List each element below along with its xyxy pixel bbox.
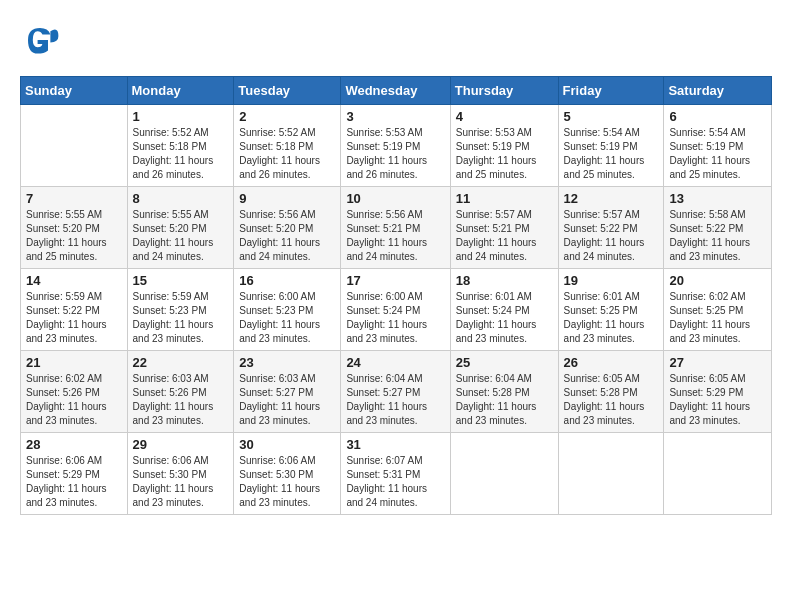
calendar-cell: 4Sunrise: 5:53 AM Sunset: 5:19 PM Daylig… xyxy=(450,105,558,187)
day-number: 14 xyxy=(26,273,122,288)
calendar-week-row: 7Sunrise: 5:55 AM Sunset: 5:20 PM Daylig… xyxy=(21,187,772,269)
day-info: Sunrise: 5:55 AM Sunset: 5:20 PM Dayligh… xyxy=(133,208,229,264)
calendar-cell: 23Sunrise: 6:03 AM Sunset: 5:27 PM Dayli… xyxy=(234,351,341,433)
day-number: 11 xyxy=(456,191,553,206)
calendar-cell xyxy=(664,433,772,515)
calendar-cell: 14Sunrise: 5:59 AM Sunset: 5:22 PM Dayli… xyxy=(21,269,128,351)
page-header xyxy=(20,20,772,60)
day-info: Sunrise: 6:01 AM Sunset: 5:25 PM Dayligh… xyxy=(564,290,659,346)
calendar-cell: 30Sunrise: 6:06 AM Sunset: 5:30 PM Dayli… xyxy=(234,433,341,515)
calendar-cell: 27Sunrise: 6:05 AM Sunset: 5:29 PM Dayli… xyxy=(664,351,772,433)
day-of-week-header: Thursday xyxy=(450,77,558,105)
day-info: Sunrise: 5:54 AM Sunset: 5:19 PM Dayligh… xyxy=(564,126,659,182)
day-number: 12 xyxy=(564,191,659,206)
day-of-week-header: Saturday xyxy=(664,77,772,105)
day-number: 31 xyxy=(346,437,444,452)
calendar-cell xyxy=(21,105,128,187)
day-number: 1 xyxy=(133,109,229,124)
day-number: 13 xyxy=(669,191,766,206)
day-of-week-header: Tuesday xyxy=(234,77,341,105)
calendar-cell: 3Sunrise: 5:53 AM Sunset: 5:19 PM Daylig… xyxy=(341,105,450,187)
calendar-cell: 17Sunrise: 6:00 AM Sunset: 5:24 PM Dayli… xyxy=(341,269,450,351)
calendar-cell: 29Sunrise: 6:06 AM Sunset: 5:30 PM Dayli… xyxy=(127,433,234,515)
day-number: 20 xyxy=(669,273,766,288)
day-number: 21 xyxy=(26,355,122,370)
calendar-cell xyxy=(450,433,558,515)
day-info: Sunrise: 6:06 AM Sunset: 5:30 PM Dayligh… xyxy=(239,454,335,510)
day-number: 17 xyxy=(346,273,444,288)
day-number: 2 xyxy=(239,109,335,124)
calendar-cell: 7Sunrise: 5:55 AM Sunset: 5:20 PM Daylig… xyxy=(21,187,128,269)
logo-icon xyxy=(20,20,60,60)
day-number: 28 xyxy=(26,437,122,452)
calendar-cell: 25Sunrise: 6:04 AM Sunset: 5:28 PM Dayli… xyxy=(450,351,558,433)
calendar-cell: 1Sunrise: 5:52 AM Sunset: 5:18 PM Daylig… xyxy=(127,105,234,187)
day-number: 25 xyxy=(456,355,553,370)
day-info: Sunrise: 5:55 AM Sunset: 5:20 PM Dayligh… xyxy=(26,208,122,264)
calendar-cell: 13Sunrise: 5:58 AM Sunset: 5:22 PM Dayli… xyxy=(664,187,772,269)
calendar-cell: 20Sunrise: 6:02 AM Sunset: 5:25 PM Dayli… xyxy=(664,269,772,351)
calendar-header-row: SundayMondayTuesdayWednesdayThursdayFrid… xyxy=(21,77,772,105)
day-number: 10 xyxy=(346,191,444,206)
day-number: 23 xyxy=(239,355,335,370)
calendar-cell: 22Sunrise: 6:03 AM Sunset: 5:26 PM Dayli… xyxy=(127,351,234,433)
day-info: Sunrise: 6:07 AM Sunset: 5:31 PM Dayligh… xyxy=(346,454,444,510)
day-info: Sunrise: 5:52 AM Sunset: 5:18 PM Dayligh… xyxy=(239,126,335,182)
calendar-cell: 10Sunrise: 5:56 AM Sunset: 5:21 PM Dayli… xyxy=(341,187,450,269)
calendar-cell: 16Sunrise: 6:00 AM Sunset: 5:23 PM Dayli… xyxy=(234,269,341,351)
calendar-cell: 9Sunrise: 5:56 AM Sunset: 5:20 PM Daylig… xyxy=(234,187,341,269)
calendar-week-row: 21Sunrise: 6:02 AM Sunset: 5:26 PM Dayli… xyxy=(21,351,772,433)
day-info: Sunrise: 5:58 AM Sunset: 5:22 PM Dayligh… xyxy=(669,208,766,264)
calendar-cell: 19Sunrise: 6:01 AM Sunset: 5:25 PM Dayli… xyxy=(558,269,664,351)
calendar-cell: 2Sunrise: 5:52 AM Sunset: 5:18 PM Daylig… xyxy=(234,105,341,187)
day-info: Sunrise: 6:02 AM Sunset: 5:26 PM Dayligh… xyxy=(26,372,122,428)
day-info: Sunrise: 6:02 AM Sunset: 5:25 PM Dayligh… xyxy=(669,290,766,346)
day-info: Sunrise: 5:59 AM Sunset: 5:23 PM Dayligh… xyxy=(133,290,229,346)
day-info: Sunrise: 6:01 AM Sunset: 5:24 PM Dayligh… xyxy=(456,290,553,346)
calendar-cell: 26Sunrise: 6:05 AM Sunset: 5:28 PM Dayli… xyxy=(558,351,664,433)
calendar-cell xyxy=(558,433,664,515)
calendar-cell: 24Sunrise: 6:04 AM Sunset: 5:27 PM Dayli… xyxy=(341,351,450,433)
day-info: Sunrise: 6:03 AM Sunset: 5:27 PM Dayligh… xyxy=(239,372,335,428)
day-info: Sunrise: 5:53 AM Sunset: 5:19 PM Dayligh… xyxy=(346,126,444,182)
day-info: Sunrise: 6:03 AM Sunset: 5:26 PM Dayligh… xyxy=(133,372,229,428)
day-info: Sunrise: 5:57 AM Sunset: 5:22 PM Dayligh… xyxy=(564,208,659,264)
calendar-cell: 18Sunrise: 6:01 AM Sunset: 5:24 PM Dayli… xyxy=(450,269,558,351)
calendar-cell: 8Sunrise: 5:55 AM Sunset: 5:20 PM Daylig… xyxy=(127,187,234,269)
day-number: 6 xyxy=(669,109,766,124)
day-number: 15 xyxy=(133,273,229,288)
calendar-cell: 21Sunrise: 6:02 AM Sunset: 5:26 PM Dayli… xyxy=(21,351,128,433)
day-number: 9 xyxy=(239,191,335,206)
day-number: 29 xyxy=(133,437,229,452)
day-number: 30 xyxy=(239,437,335,452)
day-info: Sunrise: 5:59 AM Sunset: 5:22 PM Dayligh… xyxy=(26,290,122,346)
day-number: 27 xyxy=(669,355,766,370)
day-info: Sunrise: 6:04 AM Sunset: 5:27 PM Dayligh… xyxy=(346,372,444,428)
calendar-cell: 31Sunrise: 6:07 AM Sunset: 5:31 PM Dayli… xyxy=(341,433,450,515)
day-number: 7 xyxy=(26,191,122,206)
day-of-week-header: Monday xyxy=(127,77,234,105)
day-info: Sunrise: 5:56 AM Sunset: 5:21 PM Dayligh… xyxy=(346,208,444,264)
day-number: 16 xyxy=(239,273,335,288)
logo xyxy=(20,20,64,60)
day-number: 8 xyxy=(133,191,229,206)
calendar-cell: 6Sunrise: 5:54 AM Sunset: 5:19 PM Daylig… xyxy=(664,105,772,187)
day-info: Sunrise: 6:00 AM Sunset: 5:23 PM Dayligh… xyxy=(239,290,335,346)
calendar-table: SundayMondayTuesdayWednesdayThursdayFrid… xyxy=(20,76,772,515)
calendar-cell: 15Sunrise: 5:59 AM Sunset: 5:23 PM Dayli… xyxy=(127,269,234,351)
day-of-week-header: Friday xyxy=(558,77,664,105)
calendar-week-row: 28Sunrise: 6:06 AM Sunset: 5:29 PM Dayli… xyxy=(21,433,772,515)
day-number: 5 xyxy=(564,109,659,124)
day-of-week-header: Sunday xyxy=(21,77,128,105)
day-of-week-header: Wednesday xyxy=(341,77,450,105)
day-info: Sunrise: 6:04 AM Sunset: 5:28 PM Dayligh… xyxy=(456,372,553,428)
day-number: 19 xyxy=(564,273,659,288)
day-number: 3 xyxy=(346,109,444,124)
calendar-cell: 11Sunrise: 5:57 AM Sunset: 5:21 PM Dayli… xyxy=(450,187,558,269)
day-info: Sunrise: 5:57 AM Sunset: 5:21 PM Dayligh… xyxy=(456,208,553,264)
day-info: Sunrise: 6:05 AM Sunset: 5:29 PM Dayligh… xyxy=(669,372,766,428)
calendar-week-row: 1Sunrise: 5:52 AM Sunset: 5:18 PM Daylig… xyxy=(21,105,772,187)
day-info: Sunrise: 6:06 AM Sunset: 5:30 PM Dayligh… xyxy=(133,454,229,510)
calendar-week-row: 14Sunrise: 5:59 AM Sunset: 5:22 PM Dayli… xyxy=(21,269,772,351)
day-number: 22 xyxy=(133,355,229,370)
